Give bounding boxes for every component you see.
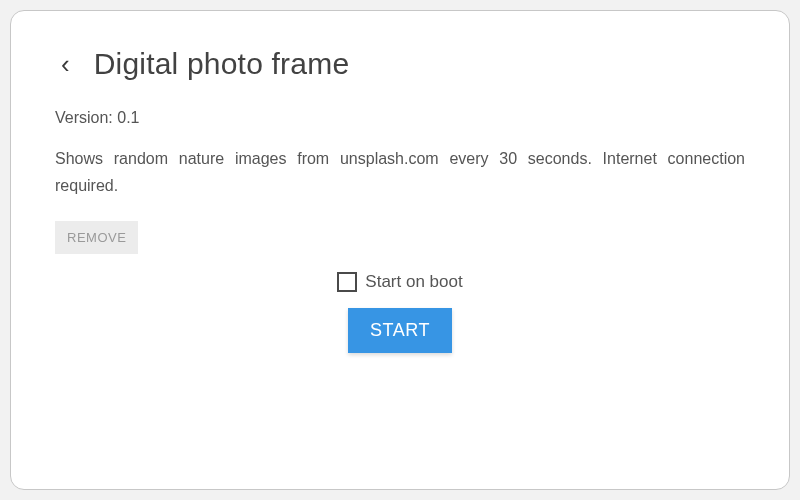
start-on-boot-label: Start on boot [365,272,462,292]
start-on-boot-row: Start on boot [55,272,745,292]
version-line: Version: 0.1 [55,109,745,127]
version-label: Version: [55,109,113,126]
page-title: Digital photo frame [94,47,350,81]
description-text: Shows random nature images from unsplash… [55,145,745,199]
start-row: START [55,308,745,353]
settings-card: ‹ Digital photo frame Version: 0.1 Shows… [10,10,790,490]
start-on-boot-checkbox[interactable] [337,272,357,292]
remove-button[interactable]: REMOVE [55,221,138,254]
back-chevron-icon[interactable]: ‹ [55,49,76,79]
header-row: ‹ Digital photo frame [55,47,745,81]
start-button[interactable]: START [348,308,452,353]
version-value: 0.1 [117,109,139,126]
